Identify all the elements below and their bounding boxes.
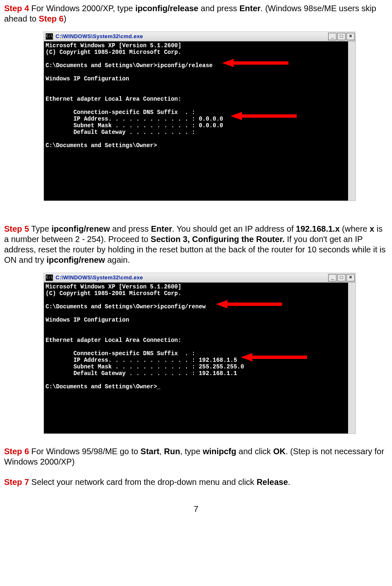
terminal-line xyxy=(46,344,346,350)
step5-kw-ipconfig2: ipconfig/renew xyxy=(46,255,105,264)
terminal-line: Microsoft Windows XP [Version 5.1.2600] xyxy=(46,283,346,290)
window-controls: _ □ × xyxy=(328,274,355,281)
kw-run: Run xyxy=(164,447,180,456)
terminal-output: Microsoft Windows XP [Version 5.1.2600](… xyxy=(44,41,356,201)
terminal-line xyxy=(46,69,346,75)
page-number: 7 xyxy=(4,504,388,514)
terminal-line xyxy=(46,89,346,96)
terminal-line: (C) Copyright 1985-2001 Microsoft Corp. xyxy=(46,290,346,297)
maximize-button[interactable]: □ xyxy=(337,274,346,281)
terminal-line: IP Address. . . . . . . . . . . . : 192.… xyxy=(46,357,346,363)
terminal-line: Default Gateway . . . . . . . . . : 192.… xyxy=(46,370,346,377)
window-title: C:\WINDOWS\System32\cmd.exe xyxy=(56,274,143,281)
window-controls: _ □ × xyxy=(328,33,355,40)
terminal-line xyxy=(46,377,346,383)
cmd-window-renew: C:\ C:\WINDOWS\System32\cmd.exe _ □ × Mi… xyxy=(44,273,356,434)
terminal-line: C:\Documents and Settings\Owner>ipconfig… xyxy=(46,62,346,69)
close-button[interactable]: × xyxy=(346,33,355,40)
step4-link-step6: Step 6 xyxy=(39,14,63,23)
t: and press xyxy=(110,224,151,233)
t: , xyxy=(160,447,164,456)
terminal-line: C:\Documents and Settings\Owner>ipconfig… xyxy=(46,303,346,310)
terminal-line: Windows IP Configuration xyxy=(46,75,346,82)
terminal-line xyxy=(46,136,346,142)
step4-kw-enter: Enter xyxy=(240,4,261,13)
terminal-line: C:\Documents and Settings\Owner>_ xyxy=(46,383,346,390)
cmd-icon: C:\ xyxy=(46,33,53,40)
terminal-line xyxy=(46,310,346,317)
t: . You should get an IP address of xyxy=(172,224,296,233)
titlebar: C:\ C:\WINDOWS\System32\cmd.exe _ □ × xyxy=(44,273,356,283)
terminal-line xyxy=(46,330,346,337)
t: and click xyxy=(236,447,273,456)
step4-paragraph: Step 4 For Windows 2000/XP, type ipconfi… xyxy=(4,3,388,24)
terminal-line: Ethernet adapter Local Area Connection: xyxy=(46,337,346,344)
step4-kw-ipconfig: ipconfig/release xyxy=(135,4,198,13)
step5-paragraph: Step 5 Type ipconfig/renew and press Ent… xyxy=(4,224,388,265)
terminal-line xyxy=(46,82,346,89)
step5-kw-x: x xyxy=(370,224,374,233)
terminal-line: IP Address. . . . . . . . . . . . : 0.0.… xyxy=(46,116,346,122)
step4-text-b: and press xyxy=(198,4,240,13)
terminal-line xyxy=(46,102,346,109)
t: again. xyxy=(105,255,130,264)
step5-kw-ip: 192.168.1.x xyxy=(296,224,340,233)
kw-ok: OK xyxy=(273,447,286,456)
terminal-line: Connection-specific DNS Suffix . : xyxy=(46,109,346,116)
t: (where xyxy=(340,224,370,233)
step6-paragraph: Step 6 For Windows 95/98/ME go to Start,… xyxy=(4,446,388,467)
terminal-line xyxy=(46,56,346,62)
cmd-icon: C:\ xyxy=(46,274,53,281)
terminal-line: Ethernet adapter Local Area Connection: xyxy=(46,96,346,102)
close-button[interactable]: × xyxy=(346,274,355,281)
kw-release: Release xyxy=(256,477,288,487)
t: For Windows 95/98/ME go to xyxy=(29,447,140,456)
step5-kw-ipconfig: ipconfig/renew xyxy=(51,224,110,233)
step6-label: Step 6 xyxy=(4,447,29,456)
step7-label: Step 7 xyxy=(4,477,29,487)
t: , type xyxy=(180,447,203,456)
step5-kw-enter: Enter xyxy=(151,224,172,233)
step5-kw-section: Section 3, Configuring the Router. xyxy=(151,235,285,244)
t: Select your network card from the drop-d… xyxy=(29,477,256,487)
cmd-window-release: C:\ C:\WINDOWS\System32\cmd.exe _ □ × Mi… xyxy=(44,31,356,201)
step4-label: Step 4 xyxy=(4,4,29,13)
window-title: C:\WINDOWS\System32\cmd.exe xyxy=(56,33,143,40)
terminal-line xyxy=(46,297,346,303)
terminal-line: Microsoft Windows XP [Version 5.1.2600] xyxy=(46,42,346,49)
minimize-button[interactable]: _ xyxy=(328,33,336,40)
scrollbar-down-button[interactable]: ▾ xyxy=(348,193,356,201)
t: . xyxy=(288,477,290,487)
terminal-line: Windows IP Configuration xyxy=(46,317,346,323)
t: Type xyxy=(29,224,51,233)
maximize-button[interactable]: □ xyxy=(337,33,346,40)
terminal-line: Connection-specific DNS Suffix . : xyxy=(46,350,346,357)
terminal-line: Subnet Mask . . . . . . . . . . . : 0.0.… xyxy=(46,122,346,129)
step5-label: Step 5 xyxy=(4,224,29,233)
terminal-line: C:\Documents and Settings\Owner> xyxy=(46,142,346,149)
terminal-output: Microsoft Windows XP [Version 5.1.2600](… xyxy=(44,283,356,433)
titlebar: C:\ C:\WINDOWS\System32\cmd.exe _ □ × xyxy=(44,32,356,41)
kw-start: Start xyxy=(140,447,160,456)
scrollbar-down-button[interactable]: ▾ xyxy=(348,426,356,433)
terminal-line xyxy=(46,324,346,330)
terminal-line: Default Gateway . . . . . . . . . : xyxy=(46,129,346,136)
step4-text-a: For Windows 2000/XP, type xyxy=(29,4,135,13)
kw-winipcfg: winipcfg xyxy=(203,447,236,456)
terminal-line: (C) Copyright 1985-2001 Microsoft Corp. xyxy=(46,49,346,56)
terminal-line: Subnet Mask . . . . . . . . . . . : 255.… xyxy=(46,363,346,370)
minimize-button[interactable]: _ xyxy=(328,274,336,281)
step4-text-d: ) xyxy=(63,14,66,23)
step7-paragraph: Step 7 Select your network card from the… xyxy=(4,477,388,487)
